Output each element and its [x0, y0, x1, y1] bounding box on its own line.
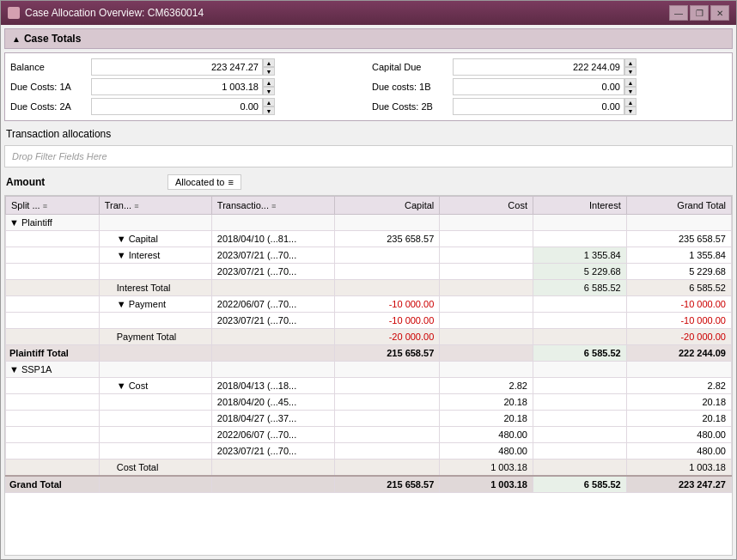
- case-totals-panel: Balance ▲ ▼ Capital Due ▲: [4, 52, 733, 121]
- cell-split: [6, 394, 100, 411]
- due-costs-2a-label: Due Costs: 2A: [10, 101, 88, 112]
- totals-grid: Balance ▲ ▼ Capital Due ▲: [10, 58, 727, 115]
- cell-transaction: 2022/06/07 (...70...: [211, 427, 334, 443]
- allocated-sort-icon: ≡: [228, 177, 233, 187]
- cell-split: [6, 231, 100, 247]
- due-costs-2b-spin-up[interactable]: ▲: [624, 98, 636, 107]
- table-body: ▼ Plaintiff ▼ Capital 2018/04/10 (...81.…: [6, 215, 732, 493]
- cell-interest: 5 229.68: [533, 264, 626, 280]
- capital-due-spin-down[interactable]: ▼: [624, 67, 636, 76]
- due-costs-1b-spinner: ▲ ▼: [624, 78, 636, 95]
- cell-cost: [440, 296, 533, 313]
- cell-capital: [335, 378, 440, 394]
- cell-cost: [440, 313, 533, 329]
- due-costs-1b-field: ▲ ▼: [453, 78, 636, 95]
- cell-grand-total: 222 244.09: [626, 345, 731, 362]
- due-costs-2b-spin-down[interactable]: ▼: [624, 107, 636, 115]
- cell-transaction: [211, 280, 334, 296]
- allocated-to-button[interactable]: Allocated to ≡: [168, 174, 241, 190]
- due-costs-1a-input[interactable]: [91, 78, 263, 95]
- case-totals-header: ▲ Case Totals: [4, 28, 733, 49]
- cell-capital: [335, 264, 440, 280]
- due-costs-1a-spin-up[interactable]: ▲: [263, 78, 275, 87]
- due-costs-1a-row: Due Costs: 1A ▲ ▼: [10, 78, 365, 95]
- minimize-button[interactable]: —: [669, 5, 688, 21]
- close-button[interactable]: ✕: [710, 5, 729, 21]
- cell-tran: [99, 411, 211, 427]
- th-capital[interactable]: Capital: [335, 197, 440, 215]
- cell-interest: [533, 296, 626, 313]
- due-costs-2a-spin-up[interactable]: ▲: [263, 98, 275, 107]
- balance-spin-up[interactable]: ▲: [263, 58, 275, 67]
- table-row: ▼ Capital 2018/04/10 (...81... 235 658.5…: [6, 231, 732, 247]
- table-row: 2023/07/21 (...70... -10 000.00 -10 000.…: [6, 313, 732, 329]
- cell-cost: 2.82: [440, 378, 533, 394]
- due-costs-1b-spin-up[interactable]: ▲: [624, 78, 636, 87]
- cell-grand-total: 6 585.52: [626, 280, 731, 296]
- capital-due-spinner: ▲ ▼: [624, 58, 636, 76]
- restore-button[interactable]: ❐: [690, 5, 709, 21]
- case-totals-toggle[interactable]: ▲: [12, 34, 21, 44]
- due-costs-2a-input[interactable]: [91, 98, 263, 115]
- title-bar-left: Case Allocation Overview: CM6360014: [8, 7, 204, 19]
- due-costs-2a-field: ▲ ▼: [91, 98, 275, 115]
- cell-split: [6, 378, 100, 394]
- table-row: Interest Total 6 585.52 6 585.52: [6, 280, 732, 296]
- due-costs-1b-input[interactable]: [453, 78, 624, 95]
- cell-grand-total: 223 247.27: [626, 476, 731, 493]
- filter-drop-zone[interactable]: Drop Filter Fields Here: [4, 145, 733, 167]
- balance-input[interactable]: [91, 58, 263, 76]
- table-row: ▼ Payment 2022/06/07 (...70... -10 000.0…: [6, 296, 732, 313]
- cell-interest: [533, 460, 626, 477]
- due-costs-2a-row: Due Costs: 2A ▲ ▼: [10, 98, 365, 115]
- cell-capital: -20 000.00: [335, 329, 440, 345]
- table-row: 2022/06/07 (...70... 480.00 480.00: [6, 427, 732, 443]
- cell-cost: 20.18: [440, 394, 533, 411]
- title-bar: Case Allocation Overview: CM6360014 — ❐ …: [1, 1, 736, 25]
- th-transaction[interactable]: Transactio... ≡: [211, 197, 334, 215]
- cell-transaction: 2018/04/20 (...45...: [211, 394, 334, 411]
- due-costs-1b-spin-down[interactable]: ▼: [624, 87, 636, 95]
- column-headers-area: Amount Allocated to ≡: [4, 171, 733, 193]
- due-costs-2a-spin-down[interactable]: ▼: [263, 107, 275, 115]
- cell-grand-total: 5 229.68: [626, 264, 731, 280]
- capital-due-input[interactable]: [453, 58, 624, 76]
- capital-due-spin-up[interactable]: ▲: [624, 58, 636, 67]
- cell-split: [6, 247, 100, 264]
- content-area: ▲ Case Totals Balance ▲ ▼: [1, 25, 736, 559]
- cell-grand-total: [626, 362, 731, 378]
- table-row: 2018/04/20 (...45... 20.18 20.18: [6, 394, 732, 411]
- main-window: Case Allocation Overview: CM6360014 — ❐ …: [0, 0, 737, 560]
- balance-label: Balance: [10, 62, 88, 72]
- table-container[interactable]: Split ... ≡ Tran... ≡ Transactio... ≡ Ca…: [4, 195, 733, 556]
- table-row: 2018/04/27 (...37... 20.18 20.18: [6, 411, 732, 427]
- transaction-alloc-label: Transaction allocations: [4, 125, 733, 143]
- cell-tran: ▼ Capital: [99, 231, 211, 247]
- sort-split-icon: ≡: [43, 202, 47, 210]
- due-costs-1b-label: Due costs: 1B: [372, 82, 449, 92]
- cell-cost: [440, 215, 533, 231]
- sort-trans-icon: ≡: [271, 202, 276, 210]
- balance-spin-down[interactable]: ▼: [263, 67, 275, 76]
- table-row: Plaintiff Total 215 658.57 6 585.52 222 …: [6, 345, 732, 362]
- th-tran[interactable]: Tran... ≡: [99, 197, 211, 215]
- th-cost[interactable]: Cost: [440, 197, 533, 215]
- cell-split: [6, 329, 100, 345]
- cell-interest: 6 585.52: [533, 280, 626, 296]
- th-grand-total[interactable]: Grand Total: [626, 197, 731, 215]
- cell-split: [6, 427, 100, 443]
- due-costs-2b-field: ▲ ▼: [453, 98, 636, 115]
- due-costs-1a-spin-down[interactable]: ▼: [263, 87, 275, 95]
- balance-row: Balance ▲ ▼: [10, 58, 365, 76]
- th-split[interactable]: Split ... ≡: [6, 197, 100, 215]
- cell-split: [6, 411, 100, 427]
- cell-tran: Payment Total: [99, 329, 211, 345]
- cell-split: Plaintiff Total: [6, 345, 100, 362]
- th-interest[interactable]: Interest: [533, 197, 626, 215]
- cell-transaction: [211, 362, 334, 378]
- cell-grand-total: 20.18: [626, 411, 731, 427]
- cell-interest: [533, 329, 626, 345]
- due-costs-2b-input[interactable]: [453, 98, 624, 115]
- cell-transaction: 2023/07/21 (...70...: [211, 247, 334, 264]
- due-costs-1a-field: ▲ ▼: [91, 78, 275, 95]
